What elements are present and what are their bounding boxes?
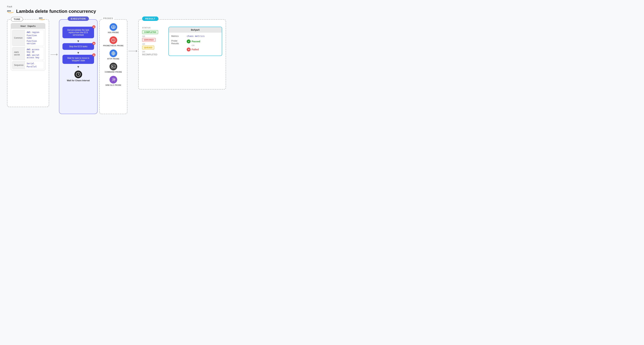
status-or-2: OR bbox=[142, 43, 165, 45]
parallel-value: Parallel bbox=[27, 66, 37, 68]
function-version-value: Function version bbox=[27, 40, 42, 45]
page-title: Lambda delete function concurrency bbox=[16, 8, 96, 14]
srm-probe-item: SRM SLO PROBE bbox=[102, 76, 124, 86]
aws-badge-icon: aws bbox=[39, 16, 45, 22]
prometheus-probe-icon bbox=[110, 36, 117, 44]
aws-access-key-value: AWS access key ID bbox=[27, 48, 42, 53]
probe-failed-result: ✕ Failed bbox=[187, 48, 200, 52]
common-label: Common bbox=[12, 30, 25, 46]
srm-probe-icon bbox=[110, 76, 117, 84]
metrics-value: chaos metrics bbox=[187, 35, 204, 38]
tune-section: TUNE aws User Inputs Common AWS region F… bbox=[7, 19, 49, 107]
svg-point-12 bbox=[113, 78, 114, 80]
probes-section: PROBES K8S PROBE PROMETHEUS PROBE bbox=[99, 19, 128, 114]
probes-label: PROBES bbox=[102, 17, 114, 20]
exec-step-3: Wait for task to move to 'stopped' state bbox=[62, 55, 94, 64]
tune-badge: TUNE bbox=[11, 17, 23, 22]
svg-line-4 bbox=[78, 74, 79, 75]
k8s-probe-item: K8S PROBE bbox=[102, 23, 124, 34]
svg-rect-10 bbox=[112, 65, 115, 68]
failed-label: Failed bbox=[192, 48, 199, 51]
probe-results-row: Probe Results ✓ Passed OR ✕ Failed bbox=[171, 40, 219, 52]
command-probe-icon bbox=[110, 63, 117, 70]
sequence-input-group: Sequence Serial Parallel bbox=[12, 61, 44, 69]
metrics-label: Metrics bbox=[171, 35, 185, 38]
x-icon: ✕ bbox=[187, 48, 190, 52]
execution-section: EXECUTION Derive/validate the task repli… bbox=[59, 19, 98, 114]
output-header: Output bbox=[169, 27, 222, 33]
step-badge-3 bbox=[92, 53, 96, 56]
clock-icon bbox=[74, 70, 82, 78]
k8s-probe-icon bbox=[110, 23, 117, 31]
status-queued-badge: QUEUED bbox=[142, 46, 154, 50]
exec-down-arrow-2: ▼ bbox=[62, 51, 94, 54]
common-values: AWS region Function name Function versio… bbox=[25, 30, 44, 46]
aws-region-value: AWS region bbox=[27, 31, 42, 34]
diagram-container: TUNE aws User Inputs Common AWS region F… bbox=[7, 19, 315, 114]
arrow-line bbox=[50, 54, 58, 55]
command-probe-item: COMMAND PROBE bbox=[102, 63, 124, 73]
svg-text:aws: aws bbox=[7, 10, 11, 12]
result-badge: RESULT bbox=[142, 16, 158, 21]
prometheus-probe-item: PROMETHEUS PROBE bbox=[102, 36, 124, 47]
probes-to-result-arrow bbox=[128, 51, 138, 51]
user-inputs-table: User Inputs Common AWS region Function n… bbox=[11, 23, 45, 70]
status-or-1: OR bbox=[142, 35, 165, 38]
check-icon: ✓ bbox=[187, 40, 190, 43]
prometheus-probe-label: PROMETHEUS PROBE bbox=[102, 45, 124, 47]
status-section-label: STATUS bbox=[142, 27, 165, 29]
big-arrow-line bbox=[128, 51, 137, 51]
passed-label: Passed bbox=[192, 40, 200, 43]
exec-down-arrow-1: ▼ bbox=[62, 40, 94, 43]
status-or-3: OR bbox=[142, 51, 165, 53]
clock-label: Wait for Chaos Interval bbox=[62, 79, 94, 82]
aws-secret-key-value: AWS secret access key bbox=[27, 54, 42, 59]
function-name-value: Function name bbox=[27, 34, 42, 39]
status-column: STATUS COMPLETED OR ERRORED OR QUEUED OR… bbox=[142, 27, 165, 56]
probe-passed-result: ✓ Passed bbox=[187, 40, 200, 43]
step-badge-2 bbox=[92, 42, 96, 45]
http-probe-icon bbox=[110, 50, 117, 57]
execution-badge: EXECUTION bbox=[68, 16, 89, 21]
svg-point-5 bbox=[113, 26, 114, 28]
exec-step-1: Derive/validate the task replica from th… bbox=[62, 27, 94, 38]
aws-secret-values: AWS access key ID AWS secret access key bbox=[25, 47, 44, 60]
probe-results-values: ✓ Passed OR ✕ Failed bbox=[187, 40, 200, 52]
aws-secret-input-group: AWS secret AWS access key ID AWS secret … bbox=[12, 47, 44, 60]
serial-value: Serial bbox=[27, 62, 37, 65]
output-card: Output Metrics chaos metrics Probe Resul… bbox=[168, 27, 222, 56]
aws-logo-icon: aws bbox=[7, 9, 14, 14]
chaos-interval-clock: Wait for Chaos Interval bbox=[62, 70, 94, 82]
svg-text:aws: aws bbox=[39, 17, 42, 19]
srm-probe-label: SRM SLO PROBE bbox=[102, 84, 124, 86]
sequence-values: Serial Parallel bbox=[25, 61, 38, 69]
tune-to-execution-arrow bbox=[49, 54, 59, 55]
command-probe-label: COMMAND PROBE bbox=[102, 71, 124, 73]
user-inputs-header: User Inputs bbox=[11, 23, 45, 29]
result-section: RESULT STATUS COMPLETED OR ERRORED OR QU… bbox=[138, 19, 226, 90]
step-badge-1 bbox=[92, 25, 96, 28]
status-errored-badge: ERRORED bbox=[142, 38, 156, 42]
page-header: Fault aws Lambda delete function concurr… bbox=[7, 5, 315, 14]
result-or-between: OR bbox=[187, 44, 200, 46]
probe-results-label: Probe Results bbox=[171, 40, 185, 45]
aws-secret-label: AWS secret bbox=[12, 47, 25, 60]
k8s-probe-label: K8S PROBE bbox=[102, 32, 124, 34]
output-body: Metrics chaos metrics Probe Results ✓ Pa… bbox=[169, 33, 222, 56]
sequence-label: Sequence bbox=[12, 61, 25, 69]
http-probe-item: HTTP PROBE bbox=[102, 50, 124, 60]
status-completed-badge: COMPLETED bbox=[142, 30, 158, 34]
metrics-row: Metrics chaos metrics bbox=[171, 35, 219, 38]
fault-label: Fault bbox=[7, 5, 315, 8]
exec-step-2: Stop the ECS tasks bbox=[62, 43, 94, 50]
status-incompleted-label: INCOMPLETED bbox=[142, 53, 165, 56]
common-input-group: Common AWS region Function name Function… bbox=[12, 30, 44, 46]
exec-down-arrow-3: ▼ bbox=[62, 65, 94, 68]
http-probe-label: HTTP PROBE bbox=[102, 58, 124, 60]
